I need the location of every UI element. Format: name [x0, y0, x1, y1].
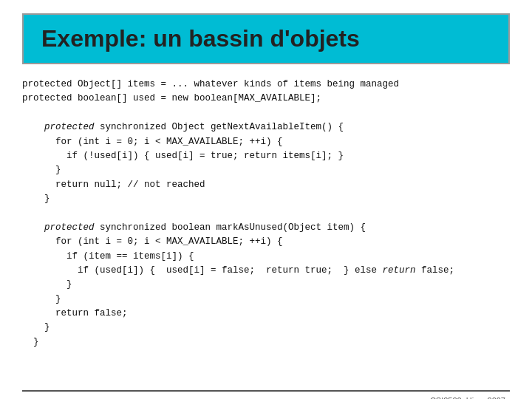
code-block2: protected synchronized boolean markAsUnu… [22, 221, 510, 349]
keyword-protected2: protected [44, 222, 95, 233]
footer-text: CSI2520, Hiver 2007 [430, 396, 505, 399]
slide: Exemple: un bassin d'objets protected Ob… [0, 13, 532, 399]
code-block1: protected synchronized Object getNextAva… [22, 120, 510, 206]
code-line2: protected boolean[] used = new boolean[M… [22, 93, 321, 103]
code-line1: protected Object[] items = ... whatever … [22, 79, 399, 89]
keyword-protected1: protected [44, 122, 95, 132]
slide-title: Exemple: un bassin d'objets [41, 25, 360, 52]
keyword-return: return [383, 265, 416, 276]
bottom-divider [22, 390, 510, 392]
title-bar: Exemple: un bassin d'objets [22, 13, 510, 64]
code-preamble: protected Object[] items = ... whatever … [22, 78, 510, 106]
code-content: protected Object[] items = ... whatever … [22, 78, 510, 349]
